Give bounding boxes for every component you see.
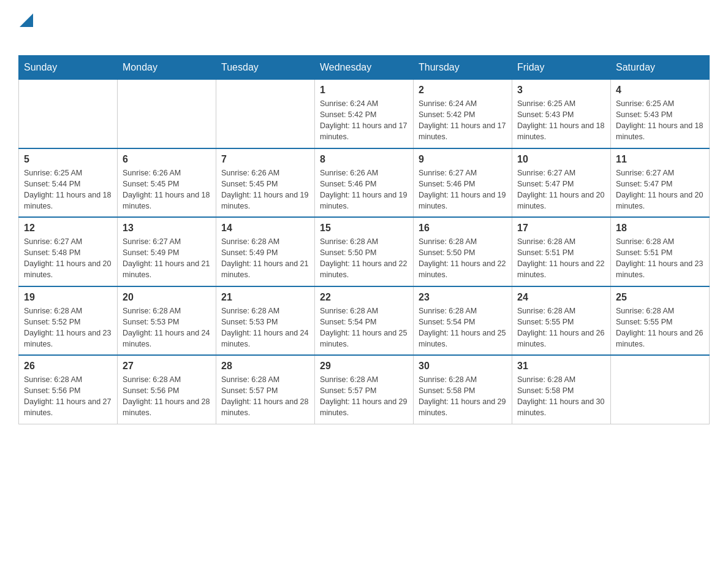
- calendar-cell: 15Sunrise: 6:28 AMSunset: 5:50 PMDayligh…: [315, 217, 414, 286]
- day-info: Sunrise: 6:24 AMSunset: 5:42 PMDaylight:…: [419, 98, 507, 143]
- day-number: 30: [419, 361, 507, 372]
- calendar-cell: 31Sunrise: 6:28 AMSunset: 5:58 PMDayligh…: [512, 355, 611, 424]
- day-info: Sunrise: 6:27 AMSunset: 5:47 PMDaylight:…: [616, 167, 704, 212]
- day-info: Sunrise: 6:28 AMSunset: 5:51 PMDaylight:…: [517, 236, 605, 281]
- calendar-week-1: 1Sunrise: 6:24 AMSunset: 5:42 PMDaylight…: [19, 80, 710, 148]
- weekday-header-friday: Friday: [512, 56, 611, 80]
- day-number: 12: [24, 223, 112, 234]
- day-info: Sunrise: 6:28 AMSunset: 5:53 PMDaylight:…: [221, 305, 309, 350]
- calendar-week-4: 19Sunrise: 6:28 AMSunset: 5:52 PMDayligh…: [19, 286, 710, 356]
- calendar-cell: 8Sunrise: 6:26 AMSunset: 5:46 PMDaylight…: [315, 148, 414, 218]
- weekday-header-wednesday: Wednesday: [315, 56, 414, 80]
- calendar-cell: 1Sunrise: 6:24 AMSunset: 5:42 PMDaylight…: [315, 80, 414, 148]
- day-info: Sunrise: 6:27 AMSunset: 5:48 PMDaylight:…: [24, 236, 112, 281]
- calendar-cell: [118, 80, 216, 148]
- day-number: 20: [123, 292, 211, 303]
- page-header: [18, 12, 710, 43]
- calendar-cell: 27Sunrise: 6:28 AMSunset: 5:56 PMDayligh…: [118, 355, 216, 424]
- calendar-week-3: 12Sunrise: 6:27 AMSunset: 5:48 PMDayligh…: [19, 217, 710, 286]
- calendar-cell: 29Sunrise: 6:28 AMSunset: 5:57 PMDayligh…: [315, 355, 414, 424]
- calendar-cell: [216, 80, 315, 148]
- day-info: Sunrise: 6:27 AMSunset: 5:47 PMDaylight:…: [517, 167, 605, 212]
- calendar-cell: [611, 355, 710, 424]
- day-number: 26: [24, 361, 112, 372]
- day-number: 24: [517, 292, 605, 303]
- day-info: Sunrise: 6:28 AMSunset: 5:55 PMDaylight:…: [616, 305, 704, 350]
- day-info: Sunrise: 6:28 AMSunset: 5:57 PMDaylight:…: [221, 374, 309, 419]
- calendar-cell: 25Sunrise: 6:28 AMSunset: 5:55 PMDayligh…: [611, 286, 710, 356]
- calendar-cell: 3Sunrise: 6:25 AMSunset: 5:43 PMDaylight…: [512, 80, 611, 148]
- day-number: 23: [419, 292, 507, 303]
- day-info: Sunrise: 6:25 AMSunset: 5:43 PMDaylight:…: [616, 98, 704, 143]
- calendar-cell: 9Sunrise: 6:27 AMSunset: 5:46 PMDaylight…: [414, 148, 512, 218]
- day-info: Sunrise: 6:25 AMSunset: 5:43 PMDaylight:…: [517, 98, 605, 143]
- day-info: Sunrise: 6:28 AMSunset: 5:56 PMDaylight:…: [24, 374, 112, 419]
- day-number: 15: [320, 223, 408, 234]
- calendar-cell: 10Sunrise: 6:27 AMSunset: 5:47 PMDayligh…: [512, 148, 611, 218]
- calendar-cell: 7Sunrise: 6:26 AMSunset: 5:45 PMDaylight…: [216, 148, 315, 218]
- day-info: Sunrise: 6:28 AMSunset: 5:56 PMDaylight:…: [123, 374, 211, 419]
- day-info: Sunrise: 6:28 AMSunset: 5:50 PMDaylight:…: [419, 236, 507, 281]
- day-info: Sunrise: 6:28 AMSunset: 5:58 PMDaylight:…: [419, 374, 507, 419]
- day-info: Sunrise: 6:28 AMSunset: 5:54 PMDaylight:…: [320, 305, 408, 350]
- calendar-week-5: 26Sunrise: 6:28 AMSunset: 5:56 PMDayligh…: [19, 355, 710, 424]
- day-info: Sunrise: 6:28 AMSunset: 5:54 PMDaylight:…: [419, 305, 507, 350]
- weekday-header-thursday: Thursday: [414, 56, 512, 80]
- day-number: 2: [419, 85, 507, 96]
- day-number: 27: [123, 361, 211, 372]
- weekday-header-monday: Monday: [118, 56, 216, 80]
- calendar-cell: 28Sunrise: 6:28 AMSunset: 5:57 PMDayligh…: [216, 355, 315, 424]
- day-number: 17: [517, 223, 605, 234]
- calendar-cell: [19, 80, 118, 148]
- day-info: Sunrise: 6:28 AMSunset: 5:49 PMDaylight:…: [221, 236, 309, 281]
- day-number: 11: [616, 154, 704, 165]
- day-number: 6: [123, 154, 211, 165]
- day-number: 25: [616, 292, 704, 303]
- calendar-cell: 18Sunrise: 6:28 AMSunset: 5:51 PMDayligh…: [611, 217, 710, 286]
- day-info: Sunrise: 6:27 AMSunset: 5:49 PMDaylight:…: [123, 236, 211, 281]
- day-info: Sunrise: 6:28 AMSunset: 5:58 PMDaylight:…: [517, 374, 605, 419]
- calendar-cell: 13Sunrise: 6:27 AMSunset: 5:49 PMDayligh…: [118, 217, 216, 286]
- day-number: 31: [517, 361, 605, 372]
- day-number: 16: [419, 223, 507, 234]
- svg-marker-0: [20, 13, 33, 27]
- calendar-cell: 22Sunrise: 6:28 AMSunset: 5:54 PMDayligh…: [315, 286, 414, 356]
- day-number: 21: [221, 292, 309, 303]
- calendar-cell: 14Sunrise: 6:28 AMSunset: 5:49 PMDayligh…: [216, 217, 315, 286]
- day-number: 14: [221, 223, 309, 234]
- calendar-cell: 30Sunrise: 6:28 AMSunset: 5:58 PMDayligh…: [414, 355, 512, 424]
- weekday-header-sunday: Sunday: [19, 56, 118, 80]
- day-number: 13: [123, 223, 211, 234]
- day-number: 19: [24, 292, 112, 303]
- day-info: Sunrise: 6:26 AMSunset: 5:45 PMDaylight:…: [221, 167, 309, 212]
- day-info: Sunrise: 6:24 AMSunset: 5:42 PMDaylight:…: [320, 98, 408, 143]
- day-number: 29: [320, 361, 408, 372]
- day-number: 28: [221, 361, 309, 372]
- calendar-header-row: SundayMondayTuesdayWednesdayThursdayFrid…: [19, 56, 710, 80]
- logo-triangle-icon: [20, 13, 33, 27]
- day-info: Sunrise: 6:28 AMSunset: 5:53 PMDaylight:…: [123, 305, 211, 350]
- day-info: Sunrise: 6:28 AMSunset: 5:55 PMDaylight:…: [517, 305, 605, 350]
- calendar-cell: 2Sunrise: 6:24 AMSunset: 5:42 PMDaylight…: [414, 80, 512, 148]
- day-number: 10: [517, 154, 605, 165]
- day-info: Sunrise: 6:26 AMSunset: 5:45 PMDaylight:…: [123, 167, 211, 212]
- day-number: 9: [419, 154, 507, 165]
- calendar-cell: 19Sunrise: 6:28 AMSunset: 5:52 PMDayligh…: [19, 286, 118, 356]
- day-info: Sunrise: 6:28 AMSunset: 5:57 PMDaylight:…: [320, 374, 408, 419]
- calendar-cell: 17Sunrise: 6:28 AMSunset: 5:51 PMDayligh…: [512, 217, 611, 286]
- day-number: 22: [320, 292, 408, 303]
- calendar-cell: 4Sunrise: 6:25 AMSunset: 5:43 PMDaylight…: [611, 80, 710, 148]
- calendar-cell: 24Sunrise: 6:28 AMSunset: 5:55 PMDayligh…: [512, 286, 611, 356]
- calendar-cell: 21Sunrise: 6:28 AMSunset: 5:53 PMDayligh…: [216, 286, 315, 356]
- day-info: Sunrise: 6:27 AMSunset: 5:46 PMDaylight:…: [419, 167, 507, 212]
- day-number: 7: [221, 154, 309, 165]
- calendar-cell: 20Sunrise: 6:28 AMSunset: 5:53 PMDayligh…: [118, 286, 216, 356]
- calendar-cell: 11Sunrise: 6:27 AMSunset: 5:47 PMDayligh…: [611, 148, 710, 218]
- day-info: Sunrise: 6:25 AMSunset: 5:44 PMDaylight:…: [24, 167, 112, 212]
- day-number: 4: [616, 85, 704, 96]
- weekday-header-tuesday: Tuesday: [216, 56, 315, 80]
- weekday-header-saturday: Saturday: [611, 56, 710, 80]
- calendar-cell: 5Sunrise: 6:25 AMSunset: 5:44 PMDaylight…: [19, 148, 118, 218]
- calendar-week-2: 5Sunrise: 6:25 AMSunset: 5:44 PMDaylight…: [19, 148, 710, 218]
- day-info: Sunrise: 6:28 AMSunset: 5:51 PMDaylight:…: [616, 236, 704, 281]
